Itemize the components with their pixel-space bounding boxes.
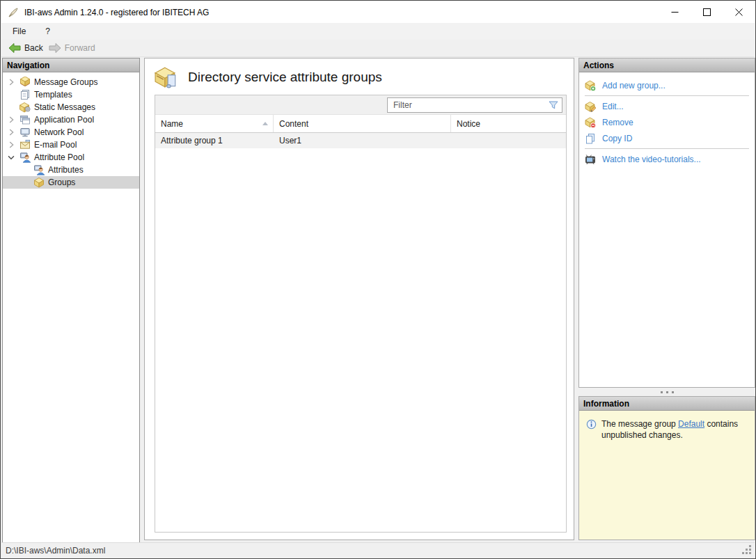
- actions-panel: Actions Add new group... Edit...: [578, 58, 755, 388]
- remove-group-icon: [585, 117, 596, 128]
- action-label: Watch the video-tutorials...: [602, 155, 701, 164]
- attribute-groups-icon: [155, 65, 178, 89]
- add-group-icon: [585, 80, 596, 91]
- chevron-right-icon[interactable]: [6, 140, 16, 150]
- info-icon: [586, 419, 597, 430]
- menu-help-label: ?: [45, 26, 50, 36]
- column-header-label: Content: [279, 119, 308, 129]
- column-header-label: Notice: [457, 119, 480, 129]
- information-panel: Information The message group Default co…: [578, 396, 755, 540]
- menu-help[interactable]: ?: [40, 23, 56, 40]
- sidebar-item-label: Attributes: [48, 165, 84, 175]
- groups-icon: [33, 177, 45, 188]
- information-message: The message group Default contains unpub…: [601, 418, 748, 441]
- chevron-right-icon[interactable]: [6, 77, 16, 87]
- cell-name: Attribute group 1: [155, 133, 274, 148]
- column-header-label: Name: [161, 119, 183, 129]
- action-label: Add new group...: [602, 81, 666, 90]
- email-pool-icon: [19, 139, 31, 150]
- message-groups-icon: [19, 77, 31, 88]
- window-title: IBI-aws Admin 1.24.0 - registered for IB…: [24, 8, 209, 17]
- edit-group-icon: [585, 101, 596, 112]
- navigation-tree: Message Groups Templates Static Messages: [3, 72, 139, 189]
- sidebar-item-static-messages[interactable]: Static Messages: [3, 101, 139, 113]
- video-tutorials-icon: [585, 154, 596, 165]
- cell-content: User1: [274, 133, 451, 148]
- sidebar-item-attributes[interactable]: Attributes: [3, 164, 139, 176]
- attribute-pool-icon: [19, 152, 31, 163]
- sidebar-item-attribute-pool[interactable]: Attribute Pool: [3, 151, 139, 164]
- navigation-header: Navigation: [3, 58, 139, 72]
- chevron-right-icon[interactable]: [6, 127, 16, 137]
- app-window: IBI-aws Admin 1.24.0 - registered for IB…: [0, 0, 756, 559]
- close-icon: [735, 8, 743, 16]
- filter-funnel-icon[interactable]: [548, 100, 559, 111]
- sidebar-item-email-pool[interactable]: E-mail Pool: [3, 139, 139, 151]
- sidebar-item-label: Message Groups: [34, 77, 97, 87]
- copy-id-action[interactable]: Copy ID: [579, 130, 755, 146]
- resize-grip[interactable]: [749, 552, 751, 554]
- action-label: Remove: [602, 118, 633, 127]
- table-row[interactable]: Attribute group 1 User1: [155, 133, 566, 148]
- forward-arrow-icon: [49, 42, 61, 54]
- forward-button-label: Forward: [65, 43, 95, 53]
- cell-notice: [451, 133, 566, 148]
- panel-splitter[interactable]: [578, 388, 755, 396]
- main-panel: Directory service attribute groups Name …: [144, 58, 574, 540]
- sidebar-item-network-pool[interactable]: Network Pool: [3, 126, 139, 139]
- maximize-button[interactable]: [691, 1, 723, 23]
- information-message-prefix: The message group: [601, 419, 678, 429]
- sidebar-item-label: Attribute Pool: [34, 152, 84, 162]
- splitter-dot: [666, 391, 668, 393]
- back-button[interactable]: Back: [6, 40, 46, 56]
- chevron-down-icon[interactable]: [6, 152, 16, 162]
- sort-ascending-icon: [262, 122, 268, 125]
- page-title: Directory service attribute groups: [188, 70, 382, 85]
- actions-separator: [585, 95, 749, 96]
- static-messages-icon: [19, 102, 31, 113]
- sidebar-item-templates[interactable]: Templates: [3, 88, 139, 101]
- action-label: Edit...: [602, 102, 624, 111]
- column-header-content[interactable]: Content: [274, 115, 451, 132]
- column-header-notice[interactable]: Notice: [451, 115, 566, 132]
- minimize-button[interactable]: [659, 1, 691, 23]
- splitter-dot: [661, 391, 663, 393]
- information-body: The message group Default contains unpub…: [579, 411, 755, 441]
- page-heading: Directory service attribute groups: [155, 65, 382, 89]
- title-bar: IBI-aws Admin 1.24.0 - registered for IB…: [1, 1, 755, 23]
- sidebar-item-application-pool[interactable]: Application Pool: [3, 113, 139, 126]
- back-arrow-icon: [8, 42, 21, 54]
- add-new-group-action[interactable]: Add new group...: [579, 77, 755, 93]
- edit-action[interactable]: Edit...: [579, 98, 755, 114]
- templates-icon: [19, 89, 31, 100]
- application-pool-icon: [19, 114, 31, 125]
- navigation-panel: Navigation Message Groups Templates: [2, 58, 140, 543]
- default-group-link[interactable]: Default: [678, 419, 704, 429]
- minimize-icon: [671, 8, 679, 16]
- sidebar-item-label: Groups: [48, 178, 75, 187]
- sidebar-item-label: Templates: [34, 90, 72, 100]
- remove-action[interactable]: Remove: [579, 114, 755, 130]
- information-header: Information: [579, 397, 755, 411]
- maximize-icon: [703, 8, 711, 16]
- actions-separator: [585, 148, 749, 149]
- menu-file-label: File: [13, 26, 26, 36]
- column-header-name[interactable]: Name: [155, 115, 274, 132]
- sidebar-item-label: Network Pool: [34, 127, 84, 137]
- actions-header: Actions: [579, 58, 755, 72]
- window-controls: [659, 1, 755, 23]
- sidebar-item-label: Application Pool: [34, 115, 94, 125]
- close-button[interactable]: [723, 1, 755, 23]
- watch-video-tutorials-action[interactable]: Watch the video-tutorials...: [579, 151, 755, 167]
- splitter-dot: [672, 391, 674, 393]
- filter-input[interactable]: [388, 98, 548, 112]
- chevron-right-icon[interactable]: [6, 115, 16, 125]
- sidebar-item-label: Static Messages: [34, 102, 95, 112]
- copy-id-icon: [585, 133, 596, 144]
- menu-file[interactable]: File: [7, 23, 31, 40]
- filter-field: [387, 97, 562, 113]
- sidebar-item-groups[interactable]: Groups: [3, 176, 139, 189]
- forward-button[interactable]: Forward: [46, 40, 98, 56]
- sidebar-item-message-groups[interactable]: Message Groups: [3, 76, 139, 88]
- toolbar: Back Forward: [1, 40, 755, 57]
